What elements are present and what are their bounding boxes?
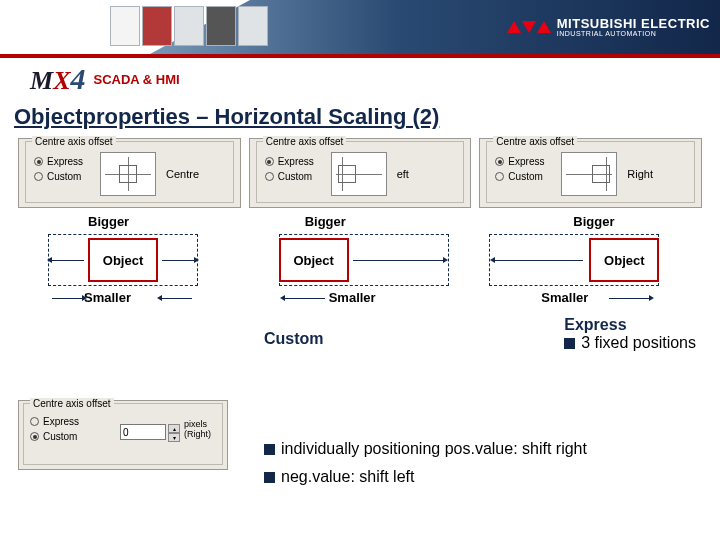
- radio-express[interactable]: [30, 417, 39, 426]
- header-red-line: [0, 54, 720, 58]
- panel-left: Centre axis offset Express Custom eft: [249, 138, 472, 208]
- radio-custom[interactable]: [265, 172, 274, 181]
- group-legend: Centre axis offset: [493, 136, 577, 147]
- object-diagrams-row: Bigger Object Smaller Bigger Object Smal…: [0, 208, 720, 324]
- product-logo: M X 4: [30, 62, 85, 96]
- mini-diagram-icon[interactable]: [100, 152, 156, 196]
- diagram-right: Bigger Object Smaller: [479, 214, 702, 324]
- offset-spinner[interactable]: ▴▾: [168, 424, 180, 440]
- sub-brand: M X 4 SCADA & HMI: [0, 60, 720, 100]
- radio-express[interactable]: [495, 157, 504, 166]
- object-box: Object: [589, 238, 659, 282]
- custom-config-panel: Centre axis offset Express Custom 0 ▴▾ p…: [18, 400, 228, 470]
- radio-custom[interactable]: [495, 172, 504, 181]
- object-box: Object: [88, 238, 158, 282]
- group-legend: Centre axis offset: [30, 398, 114, 409]
- custom-bullet-2: neg.value: shift left: [264, 468, 702, 486]
- express-section: Express 3 fixed positions Custom: [0, 324, 720, 348]
- header: MITSUBISHI ELECTRIC INDUSTRIAL AUTOMATIO…: [0, 0, 720, 60]
- header-thumbnails: [110, 6, 268, 46]
- square-bullet-icon: [264, 472, 275, 483]
- label-bigger: Bigger: [573, 214, 614, 229]
- radio-custom[interactable]: [30, 432, 39, 441]
- diagram-centre: Bigger Object Smaller: [18, 214, 241, 324]
- radio-custom[interactable]: [34, 172, 43, 181]
- label-smaller: Smaller: [541, 290, 588, 305]
- brand-division: INDUSTRIAL AUTOMATION: [557, 30, 710, 37]
- label-smaller: Smaller: [329, 290, 376, 305]
- object-box: Object: [279, 238, 349, 282]
- radio-express[interactable]: [34, 157, 43, 166]
- label-smaller: Smaller: [84, 290, 131, 305]
- panel-centre: Centre axis offset Express Custom Centre: [18, 138, 241, 208]
- position-label: eft: [397, 168, 409, 180]
- panel-right: Centre axis offset Express Custom Right: [479, 138, 702, 208]
- position-label: Centre: [166, 168, 199, 180]
- diagram-left: Bigger Object Smaller: [249, 214, 472, 324]
- label-bigger: Bigger: [88, 214, 129, 229]
- express-bullet: 3 fixed positions: [564, 334, 696, 352]
- group-legend: Centre axis offset: [32, 136, 116, 147]
- mini-diagram-icon[interactable]: [561, 152, 617, 196]
- position-label: Right: [627, 168, 653, 180]
- label-bigger: Bigger: [305, 214, 346, 229]
- radio-express[interactable]: [265, 157, 274, 166]
- sub-brand-text: SCADA & HMI: [93, 72, 179, 87]
- square-bullet-icon: [564, 338, 575, 349]
- square-bullet-icon: [264, 444, 275, 455]
- express-title: Express: [564, 316, 696, 334]
- mitsubishi-triangles-icon: [507, 21, 551, 33]
- offset-input[interactable]: 0: [120, 424, 166, 440]
- brand-logo: MITSUBISHI ELECTRIC INDUSTRIAL AUTOMATIO…: [507, 17, 710, 37]
- mini-diagram-icon[interactable]: [331, 152, 387, 196]
- config-panels-row: Centre axis offset Express Custom Centre…: [0, 138, 720, 208]
- brand-name: MITSUBISHI ELECTRIC: [557, 17, 710, 30]
- custom-bullet-1: individually positioning pos.value: shif…: [264, 440, 702, 458]
- page-title: Objectproperties – Horizontal Scaling (2…: [0, 100, 720, 138]
- custom-bullets: individually positioning pos.value: shif…: [264, 440, 702, 496]
- offset-unit: pixels (Right): [184, 420, 211, 440]
- group-legend: Centre axis offset: [263, 136, 347, 147]
